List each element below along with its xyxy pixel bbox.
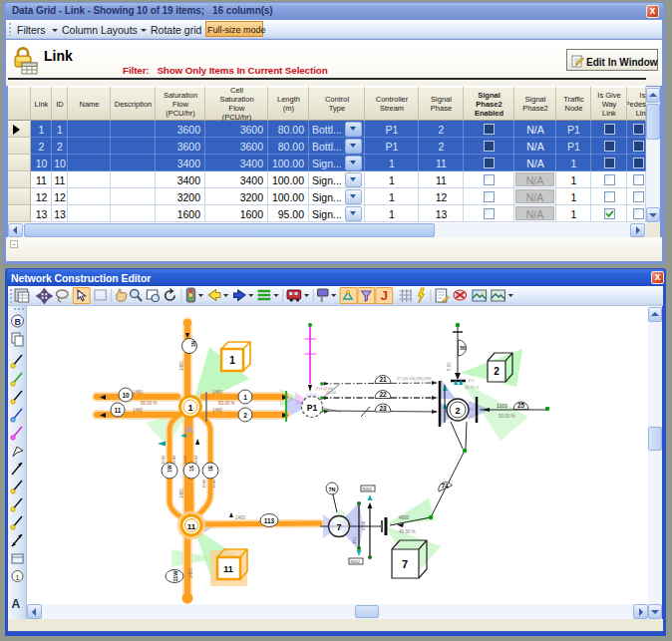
svg-text:1: 1 [229, 355, 235, 366]
svg-text:46.00 %: 46.00 % [399, 529, 416, 534]
svg-text:25: 25 [517, 402, 525, 409]
svg-text:50.00 %: 50.00 % [218, 401, 235, 406]
svg-text:50.00 %: 50.00 % [141, 401, 158, 406]
svg-text:50.00 %: 50.00 % [499, 414, 515, 419]
svg-text:2: 2 [494, 366, 500, 377]
svg-text:P1: P1 [307, 403, 318, 413]
svg-text:1: 1 [188, 403, 193, 413]
svg-text:1E: 1E [207, 465, 213, 472]
svg-text:J: J [380, 288, 388, 303]
svg-text:20.71 %: 20.71 % [465, 385, 480, 390]
svg-text:4600: 4600 [399, 515, 410, 520]
svg-text:1: 1 [243, 394, 247, 401]
svg-text:1480: 1480 [212, 408, 223, 413]
svg-text:1S: 1S [188, 465, 194, 472]
svg-text:1480: 1480 [133, 408, 144, 413]
svg-text:1463: 1463 [235, 515, 246, 520]
svg-text:A: A [12, 597, 21, 611]
svg-text:(7)4 (4.00): (7)4 (4.00) [315, 386, 334, 391]
svg-text:21: 21 [379, 376, 387, 383]
svg-text:23: 23 [379, 405, 387, 412]
svg-text:1480: 1480 [201, 479, 206, 488]
svg-text:1N: 1N [190, 340, 196, 347]
svg-text:56: 56 [460, 345, 466, 351]
svg-text:1480: 1480 [212, 390, 223, 395]
svg-text:7: 7 [402, 558, 408, 570]
svg-text:1480: 1480 [179, 487, 184, 498]
svg-text:11: 11 [223, 564, 233, 574]
svg-text:1480: 1480 [133, 390, 144, 395]
svg-text:7N: 7N [328, 486, 335, 492]
svg-text:11W: 11W [172, 570, 178, 582]
svg-text:2: 2 [243, 412, 247, 419]
svg-text:5.00: 5.00 [447, 362, 452, 371]
svg-text:2: 2 [455, 406, 460, 416]
svg-text:B: B [15, 317, 22, 327]
svg-text:1103: 1103 [497, 403, 507, 409]
svg-text:10: 10 [122, 392, 130, 399]
svg-text:7: 7 [336, 522, 341, 532]
svg-text:4148: 4148 [361, 520, 366, 530]
svg-text:11: 11 [115, 407, 122, 414]
svg-text:1W: 1W [167, 465, 172, 473]
svg-text:27 (41.03) (84) (96): 27 (41.03) (84) (96) [397, 376, 432, 381]
svg-text:11: 11 [187, 522, 196, 531]
svg-text:1480: 1480 [188, 567, 193, 578]
svg-text:P11: P11 [352, 535, 357, 543]
svg-text:N202: N202 [351, 559, 361, 564]
svg-text:113: 113 [264, 517, 275, 524]
svg-text:N202: N202 [363, 486, 373, 491]
svg-text:1480: 1480 [161, 455, 166, 465]
svg-text:22: 22 [379, 391, 387, 398]
svg-text:1480: 1480 [211, 479, 216, 488]
svg-text:1: 1 [16, 574, 20, 581]
svg-text:74: 74 [441, 482, 449, 489]
svg-text:1480: 1480 [182, 455, 187, 465]
svg-text:DC: DC [469, 378, 475, 383]
svg-text:1480: 1480 [179, 360, 184, 371]
